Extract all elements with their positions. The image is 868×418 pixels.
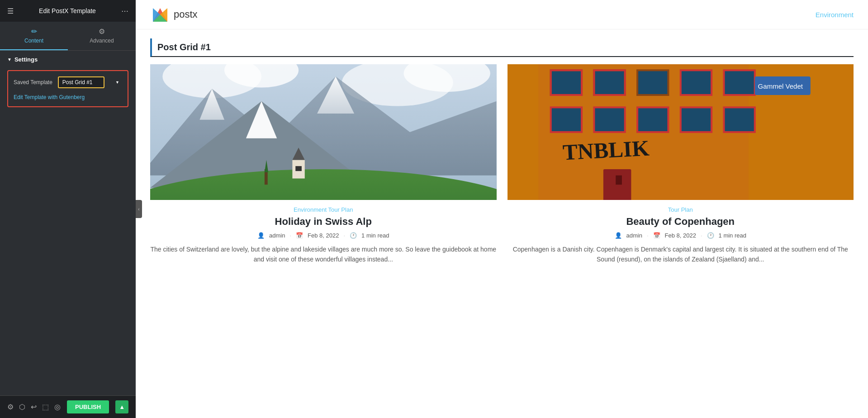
main-content: postx Environment Post Grid #1 [136, 0, 868, 418]
svg-rect-30 [594, 107, 625, 132]
template-select[interactable]: Post Grid #1 Post Grid #2 Post List #1 [58, 76, 104, 88]
svg-rect-24 [594, 70, 625, 95]
publish-dropdown-button[interactable]: ▲ [115, 400, 128, 413]
settings-label: Settings [14, 56, 38, 63]
tab-content[interactable]: ✏ Content [0, 22, 68, 50]
svg-rect-31 [637, 107, 668, 132]
gear-icon: ⚙ [99, 27, 105, 36]
date-2: Feb 8, 2022 [665, 232, 696, 239]
post-excerpt-1: The cities of Switzerland are lovely, bu… [150, 244, 497, 265]
post-meta-2: 👤 admin · 📅 Feb 8, 2022 · 🕐 1 min read [508, 232, 854, 239]
chevron-down-icon: ▼ [7, 57, 12, 62]
undo-footer-icon[interactable]: ↩ [31, 403, 37, 411]
grid-icon[interactable]: ⋯ [121, 7, 128, 15]
date-icon-2: 📅 [653, 232, 660, 239]
svg-rect-36 [616, 176, 622, 185]
read-time-1: 1 min read [361, 232, 389, 239]
tab-advanced[interactable]: ⚙ Advanced [68, 22, 136, 50]
saved-template-label: Saved Template [14, 79, 52, 86]
sidebar: ☰ Edit PostX Template ⋯ ✏ Content ⚙ Adva… [0, 0, 136, 418]
sidebar-header: ☰ Edit PostX Template ⋯ [0, 0, 136, 22]
environment-link[interactable]: Environment [816, 11, 854, 19]
pencil-icon: ✏ [31, 27, 37, 36]
read-time-2: 1 min read [719, 232, 746, 239]
postx-logo: postx [150, 5, 198, 24]
saved-template-row: Saved Template Post Grid #1 Post Grid #2… [14, 76, 122, 88]
post-title-1: Holiday in Swiss Alp [150, 216, 497, 228]
postx-logo-text: postx [174, 9, 198, 20]
hamburger-icon[interactable]: ☰ [7, 7, 14, 15]
post-card-2: TNBLIK [508, 64, 854, 265]
layers-footer-icon[interactable]: ⬡ [19, 403, 25, 411]
svg-text:TNBLIK: TNBLIK [562, 136, 650, 165]
clock-icon-2: 🕐 [707, 232, 714, 239]
sidebar-title: Edit PostX Template [39, 7, 96, 14]
template-select-wrapper: Post Grid #1 Post Grid #2 Post List #1 [58, 76, 122, 88]
svg-rect-32 [680, 107, 711, 132]
collapse-handle[interactable]: ‹ [136, 200, 142, 218]
post-grid-title: Post Grid #1 [150, 38, 854, 57]
svg-rect-33 [724, 107, 754, 132]
post-grid-area: Post Grid #1 [136, 29, 868, 274]
posts-grid: Environment Tour Plan Holiday in Swiss A… [150, 64, 854, 265]
tab-advanced-label: Advanced [90, 38, 114, 44]
post-category-2[interactable]: Tour Plan [508, 206, 854, 213]
settings-header[interactable]: ▼ Settings [7, 56, 128, 63]
post-image-1 [150, 64, 497, 200]
eye-footer-icon[interactable]: ◎ [54, 403, 61, 411]
svg-rect-27 [680, 70, 711, 95]
author-1: admin [269, 232, 285, 239]
post-title-2: Beauty of Copenhagen [508, 216, 854, 228]
publish-button[interactable]: PUBLISH [67, 400, 109, 413]
main-topbar: postx Environment [136, 0, 868, 29]
sidebar-tabs: ✏ Content ⚙ Advanced [0, 22, 136, 51]
author-icon-1: 👤 [257, 232, 265, 239]
save-footer-icon[interactable]: ⬚ [42, 403, 49, 411]
date-1: Feb 8, 2022 [308, 232, 339, 239]
svg-rect-29 [550, 107, 581, 132]
post-meta-1: 👤 admin · 📅 Feb 8, 2022 · 🕐 1 min read [150, 232, 497, 239]
author-2: admin [626, 232, 642, 239]
svg-rect-17 [295, 166, 302, 171]
tab-content-label: Content [24, 38, 43, 44]
post-image-2: TNBLIK [508, 64, 854, 200]
post-excerpt-2: Copenhagen is a Danish city. Copenhagen … [508, 244, 854, 265]
svg-rect-22 [550, 70, 581, 95]
postx-logo-svg [150, 5, 170, 24]
svg-text:Gammel Vedet: Gammel Vedet [758, 82, 803, 90]
clock-icon-1: 🕐 [350, 232, 357, 239]
settings-box: Saved Template Post Grid #1 Post Grid #2… [7, 70, 128, 107]
post-card-1: Environment Tour Plan Holiday in Swiss A… [150, 64, 497, 265]
post-category-1[interactable]: Environment Tour Plan [150, 206, 497, 213]
edit-template-link[interactable]: Edit Template with Gutenberg [14, 94, 85, 100]
author-icon-2: 👤 [615, 232, 622, 239]
sidebar-footer: ⚙ ⬡ ↩ ⬚ ◎ PUBLISH ▲ [0, 395, 136, 418]
sidebar-content: ▼ Settings Saved Template Post Grid #1 P… [0, 51, 136, 395]
svg-rect-28 [724, 70, 754, 95]
settings-section: ▼ Settings Saved Template Post Grid #1 P… [0, 51, 136, 113]
date-icon-1: 📅 [296, 232, 303, 239]
svg-rect-26 [637, 70, 668, 95]
settings-footer-icon[interactable]: ⚙ [7, 403, 14, 411]
